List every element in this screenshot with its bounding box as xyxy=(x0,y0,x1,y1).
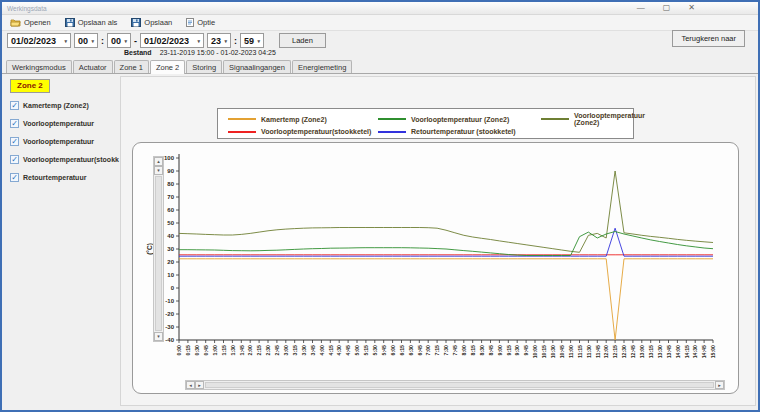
svg-text:80: 80 xyxy=(167,181,174,187)
tab-actuator[interactable]: Actuator xyxy=(73,60,113,73)
svg-text:13:30: 13:30 xyxy=(657,345,663,358)
checkbox-checked-icon[interactable]: ✓ xyxy=(10,173,19,182)
legend-label: Kamertemp (Zone2) xyxy=(261,116,327,123)
tab-storing[interactable]: Storing xyxy=(186,60,222,73)
vertical-scrollbar[interactable]: ▴ ▾ ▾ xyxy=(153,156,164,342)
svg-text:7:30: 7:30 xyxy=(443,345,449,355)
save-button[interactable]: Opslaan xyxy=(131,18,172,27)
svg-text:7:45: 7:45 xyxy=(452,345,458,355)
tab-zone-1[interactable]: Zone 1 xyxy=(114,60,149,73)
series-checkbox-item[interactable]: ✓Voorlooptemperatuur xyxy=(10,119,119,128)
checkbox-checked-icon[interactable]: ✓ xyxy=(10,137,19,146)
series-checkbox-item[interactable]: ✓Voorlooptemperatuur(stookk xyxy=(10,155,119,164)
chevron-down-icon[interactable]: ▾ xyxy=(124,38,127,44)
time-colon: : xyxy=(234,36,237,46)
chevron-down-icon[interactable]: ▾ xyxy=(257,38,260,44)
scroll-down-icon[interactable]: ▾ xyxy=(154,166,163,175)
legend-item: Voorlooptemperatuur(stookketel) xyxy=(228,128,378,135)
open-button-label: Openen xyxy=(24,18,51,27)
svg-text:11:45: 11:45 xyxy=(595,345,601,358)
tab-signaalingangen[interactable]: Signaalingangen xyxy=(223,60,291,73)
minimize-icon[interactable]: — xyxy=(637,4,645,12)
vertical-scroll-track[interactable] xyxy=(155,176,162,331)
svg-text:5:30: 5:30 xyxy=(372,345,378,355)
horizontal-scrollbar[interactable]: ◂ ▸ ▸ xyxy=(185,380,725,390)
scroll-right-icon[interactable]: ▸ xyxy=(195,381,204,389)
file-info-value: 23-11-2019 15:00 - 01-02-2023 04:25 xyxy=(160,49,276,56)
to-hour-field[interactable]: 23 ▾ xyxy=(207,33,231,48)
legend-item: Kamertemp (Zone2) xyxy=(228,112,378,126)
series-line xyxy=(179,171,713,252)
checkbox-checked-icon[interactable]: ✓ xyxy=(10,101,19,110)
svg-text:8:30: 8:30 xyxy=(479,345,485,355)
checkbox-checked-icon[interactable]: ✓ xyxy=(10,119,19,128)
to-date-value: 01/02/2023 xyxy=(144,36,189,46)
svg-text:-30: -30 xyxy=(165,324,174,330)
from-minute-field[interactable]: 00 ▾ xyxy=(107,33,131,48)
from-date-value: 01/02/2023 xyxy=(11,36,56,46)
chevron-down-icon[interactable]: ▾ xyxy=(197,38,200,44)
series-checkbox-label: Voorlooptemperatuur(stookk xyxy=(23,156,119,163)
to-minute-field[interactable]: 59 ▾ xyxy=(240,33,264,48)
scroll-up-icon[interactable]: ▴ xyxy=(154,157,163,166)
svg-text:8:15: 8:15 xyxy=(470,345,476,355)
svg-text:50: 50 xyxy=(167,220,174,226)
svg-text:5:00: 5:00 xyxy=(354,345,360,355)
legend-line-swatch xyxy=(228,118,256,120)
svg-text:12:15: 12:15 xyxy=(612,345,618,358)
legend-label: Voorlooptemperatuur(stookketel) xyxy=(261,128,371,135)
chevron-down-icon[interactable]: ▾ xyxy=(64,38,67,44)
legend-item: Voorlooptemperatuur (Zone2) xyxy=(541,112,645,126)
scroll-left-icon[interactable]: ◂ xyxy=(186,381,195,389)
terugkeren-button[interactable]: Terugkeren naar xyxy=(672,30,745,47)
svg-text:3:45: 3:45 xyxy=(310,345,316,355)
series-checkbox-item[interactable]: ✓Retourtemperatuur xyxy=(10,173,119,182)
to-minute-value: 59 xyxy=(244,36,254,46)
svg-text:30: 30 xyxy=(167,246,174,252)
horizontal-scroll-track[interactable] xyxy=(205,382,714,388)
svg-text:5:45: 5:45 xyxy=(381,345,387,355)
svg-text:15:00: 15:00 xyxy=(710,345,716,358)
svg-text:1:00: 1:00 xyxy=(212,345,218,355)
to-hour-value: 23 xyxy=(211,36,221,46)
series-checkbox-label: Retourtemperatuur xyxy=(23,174,86,181)
svg-text:2:15: 2:15 xyxy=(256,345,262,355)
svg-text:3:15: 3:15 xyxy=(292,345,298,355)
maximize-icon[interactable]: ▢ xyxy=(663,4,671,12)
svg-text:13:00: 13:00 xyxy=(639,345,645,358)
legend-item: Voorlooptemperatuur (Zone2) xyxy=(378,112,541,126)
scroll-down-icon[interactable]: ▾ xyxy=(154,332,163,341)
svg-text:9:45: 9:45 xyxy=(523,345,529,355)
window-title: Werkingsdata xyxy=(7,5,47,12)
close-icon[interactable]: ✕ xyxy=(688,4,695,12)
to-date-field[interactable]: 01/02/2023 ▾ xyxy=(140,33,204,48)
tab-energiemeting[interactable]: Energiemeting xyxy=(292,60,352,73)
save-as-button[interactable]: Opslaan als xyxy=(65,18,118,27)
svg-text:3:30: 3:30 xyxy=(301,345,307,355)
chevron-down-icon[interactable]: ▾ xyxy=(224,38,227,44)
scroll-right-icon[interactable]: ▸ xyxy=(715,381,724,389)
legend-line-swatch xyxy=(228,131,256,133)
open-button[interactable]: Openen xyxy=(10,18,51,27)
chevron-down-icon[interactable]: ▾ xyxy=(91,38,94,44)
series-checkbox-item[interactable]: ✓Kamertemp (Zone2) xyxy=(10,101,119,110)
svg-text:6:45: 6:45 xyxy=(417,345,423,355)
tab-werkingsmodus[interactable]: Werkingsmodus xyxy=(6,60,72,73)
from-hour-field[interactable]: 00 ▾ xyxy=(74,33,98,48)
option-button[interactable]: Optie xyxy=(186,18,215,27)
toolbar: Openen Opslaan als Opslaan Optie xyxy=(2,15,758,31)
svg-text:13:15: 13:15 xyxy=(648,345,654,358)
svg-text:2:30: 2:30 xyxy=(265,345,271,355)
tab-zone-2[interactable]: Zone 2 xyxy=(150,60,185,74)
svg-text:11:15: 11:15 xyxy=(577,345,583,358)
series-checkbox-item[interactable]: ✓Voorlooptemperatuur xyxy=(10,137,119,146)
svg-text:14:15: 14:15 xyxy=(684,345,690,358)
option-button-label: Optie xyxy=(197,18,215,27)
laden-button[interactable]: Laden xyxy=(279,33,326,48)
date-range-bar: 01/02/2023 ▾ 00 ▾ : 00 ▾ - 01/02/2023 ▾ … xyxy=(2,31,758,50)
series-checkbox-label: Voorlooptemperatuur xyxy=(23,120,94,127)
svg-text:12:00: 12:00 xyxy=(603,345,609,358)
checkbox-checked-icon[interactable]: ✓ xyxy=(10,155,19,164)
from-date-field[interactable]: 01/02/2023 ▾ xyxy=(7,33,71,48)
svg-text:9:15: 9:15 xyxy=(506,345,512,355)
